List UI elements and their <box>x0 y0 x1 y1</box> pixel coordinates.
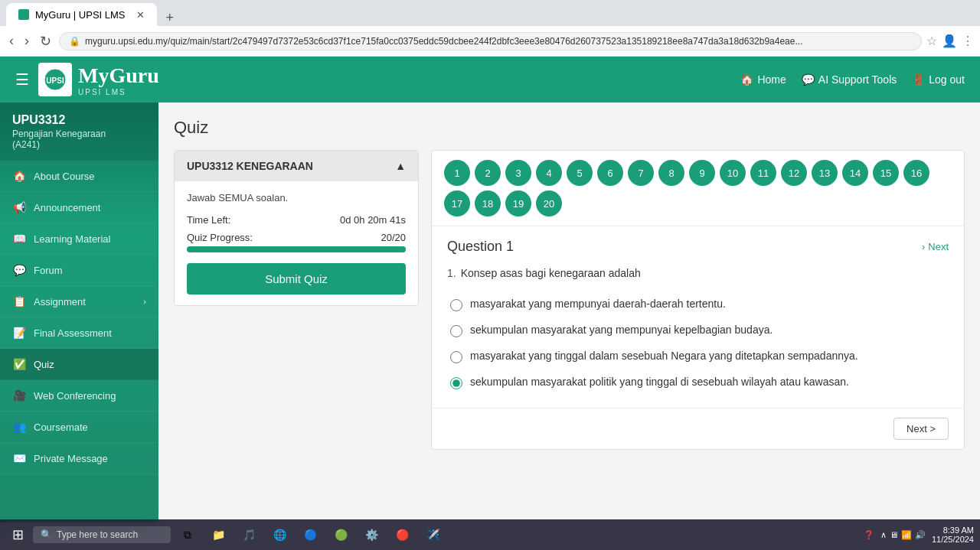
progress-value: 20/20 <box>381 232 406 243</box>
next-top-icon: › <box>922 241 925 252</box>
question-number-btn-14[interactable]: 14 <box>842 160 868 186</box>
menu-button[interactable]: ⋮ <box>962 34 974 48</box>
sidebar-label: About Course <box>34 171 95 182</box>
sidebar-item-announcement[interactable]: 📢 Announcement <box>0 192 158 223</box>
sidebar-label: Forum <box>34 265 63 276</box>
profile-button[interactable]: 👤 <box>942 34 957 48</box>
sidebar: UPU3312 Pengajian Kenegaraan (A241) 🏠 Ab… <box>0 103 158 522</box>
option-row-opt1[interactable]: masyarakat yang mempunyai daerah-daerah … <box>447 291 949 317</box>
sidebar-item-final-assessment[interactable]: 📝 Final Assessment <box>0 317 158 349</box>
question-number-btn-20[interactable]: 20 <box>536 190 562 216</box>
question-number-btn-3[interactable]: 3 <box>505 160 531 186</box>
sidebar-item-about-course[interactable]: 🏠 About Course <box>0 161 158 192</box>
question-footer: Next > <box>432 408 964 449</box>
address-bar-row: ‹ › ↻ 🔒 myguru.upsi.edu.my/quiz/main/sta… <box>0 26 980 57</box>
sidebar-item-learning-material[interactable]: 📖 Learning Material <box>0 223 158 255</box>
hamburger-menu[interactable]: ☰ <box>15 70 29 89</box>
course-name: Pengajian Kenegaraan (A241) <box>12 129 146 150</box>
header-left: ☰ UPSI MyGuru UPSI LMS <box>15 63 159 96</box>
taskbar-chrome[interactable]: 🔴 <box>388 521 416 522</box>
option-row-opt4[interactable]: sekumpulan masyarakat politik yang tingg… <box>447 369 949 395</box>
quiz-right-card: 1234567891011121314151617181920 Question… <box>431 150 965 450</box>
sidebar-icon: 🎥 <box>12 389 26 402</box>
question-number-btn-5[interactable]: 5 <box>567 160 593 186</box>
svg-text:UPSI: UPSI <box>46 76 64 85</box>
question-number-btn-9[interactable]: 9 <box>689 160 715 186</box>
logout-icon: 🚪 <box>912 73 925 86</box>
next-bottom-button[interactable]: Next > <box>893 418 949 440</box>
browser-tab-bar: MyGuru | UPSI LMS ✕ + <box>0 0 980 26</box>
submit-quiz-button[interactable]: Submit Quiz <box>187 263 406 295</box>
course-info: UPU3312 Pengajian Kenegaraan (A241) <box>0 103 158 161</box>
question-number-btn-18[interactable]: 18 <box>475 190 501 216</box>
question-number-btn-12[interactable]: 12 <box>781 160 807 186</box>
radio-opt3[interactable] <box>450 351 462 363</box>
sidebar-item-quiz[interactable]: ✅ Quiz <box>0 349 158 380</box>
taskbar-browser1[interactable]: 🌐 <box>266 521 293 522</box>
question-number-btn-6[interactable]: 6 <box>597 160 623 186</box>
question-number-btn-13[interactable]: 13 <box>812 160 838 186</box>
tab-close-button[interactable]: ✕ <box>136 9 145 21</box>
taskbar-browser3[interactable]: 🟢 <box>327 521 354 522</box>
question-number-btn-1[interactable]: 1 <box>444 160 470 186</box>
question-number-btn-10[interactable]: 10 <box>720 160 746 186</box>
radio-opt4[interactable] <box>450 377 462 389</box>
active-tab[interactable]: MyGuru | UPSI LMS ✕ <box>6 3 157 26</box>
ai-support-link[interactable]: 💬 AI Support Tools <box>802 73 897 86</box>
radio-opt1[interactable] <box>450 299 462 311</box>
sidebar-icon: ✅ <box>12 358 26 370</box>
option-row-opt2[interactable]: sekumpulan masyarakat yang mempunyai kep… <box>447 317 949 343</box>
taskbar-media[interactable]: 🎵 <box>235 521 263 522</box>
logo-area: UPSI MyGuru UPSI LMS <box>38 63 159 96</box>
sidebar-item-assignment[interactable]: 📋 Assignment › <box>0 286 158 317</box>
sidebar-label: Coursemate <box>34 421 88 433</box>
question-title: Question 1 <box>447 239 514 255</box>
question-number-btn-7[interactable]: 7 <box>628 160 654 186</box>
question-number-btn-4[interactable]: 4 <box>536 160 562 186</box>
logo-text-area: MyGuru UPSI LMS <box>78 63 159 96</box>
taskbar-telegram[interactable]: ✈️ <box>419 521 446 522</box>
question-number-btn-19[interactable]: 19 <box>505 190 531 216</box>
sidebar-item-coursemate[interactable]: 👥 Coursemate <box>0 412 158 443</box>
home-link[interactable]: 🏠 Home <box>740 73 786 86</box>
new-tab-button[interactable]: + <box>160 10 181 26</box>
radio-opt2[interactable] <box>450 325 462 337</box>
logout-label: Log out <box>929 73 965 86</box>
ai-support-label: AI Support Tools <box>818 73 897 86</box>
back-button[interactable]: ‹ <box>6 31 17 50</box>
sidebar-item-forum[interactable]: 💬 Forum <box>0 255 158 286</box>
taskbar-files[interactable]: 📁 <box>204 521 232 522</box>
tab-title: MyGuru | UPSI LMS <box>35 9 126 21</box>
bookmark-button[interactable]: ☆ <box>926 34 937 48</box>
taskbar-task-view[interactable]: ⧉ <box>174 521 201 522</box>
taskbar-browser2[interactable]: 🔵 <box>296 521 324 522</box>
question-text: 1.Konsep asas bagi kenegaraan adalah <box>447 267 949 279</box>
logout-link[interactable]: 🚪 Log out <box>912 73 965 86</box>
next-top-link[interactable]: › Next <box>922 241 949 252</box>
sidebar-label: Announcement <box>34 202 100 213</box>
taskbar-settings[interactable]: ⚙️ <box>358 521 385 522</box>
question-number-btn-17[interactable]: 17 <box>444 190 470 216</box>
sidebar-label: Quiz <box>34 359 54 370</box>
address-bar[interactable]: 🔒 myguru.upsi.edu.my/quiz/main/start/2c4… <box>59 32 922 50</box>
question-number-btn-15[interactable]: 15 <box>873 160 899 186</box>
sidebar-item-web-conferencing[interactable]: 🎥 Web Conferencing <box>0 380 158 412</box>
forward-button[interactable]: › <box>21 31 32 50</box>
question-number-btn-11[interactable]: 11 <box>750 160 776 186</box>
question-number: 1. <box>447 267 456 279</box>
question-number-btn-8[interactable]: 8 <box>658 160 684 186</box>
question-number-btn-16[interactable]: 16 <box>903 160 929 186</box>
sidebar-label: Private Message <box>34 453 108 464</box>
collapse-icon[interactable]: ▲ <box>395 160 406 172</box>
question-numbers: 1234567891011121314151617181920 <box>432 151 964 226</box>
option-row-opt3[interactable]: masyarakat yang tinggal dalam sesebuah N… <box>447 343 949 369</box>
sidebar-icon: 📋 <box>12 295 26 308</box>
option-label-opt2: sekumpulan masyarakat yang mempunyai kep… <box>470 324 773 336</box>
progress-label: Quiz Progress: <box>187 232 253 243</box>
quiz-layout: UPU3312 KENEGARAAN ▲ Jawab SEMUA soalan.… <box>174 150 965 450</box>
question-number-btn-2[interactable]: 2 <box>475 160 501 186</box>
refresh-button[interactable]: ↻ <box>37 31 54 51</box>
question-header: Question 1 › Next <box>447 239 949 255</box>
quiz-panel-card: UPU3312 KENEGARAAN ▲ Jawab SEMUA soalan.… <box>174 150 419 306</box>
sidebar-item-private-message[interactable]: ✉️ Private Message <box>0 443 158 474</box>
